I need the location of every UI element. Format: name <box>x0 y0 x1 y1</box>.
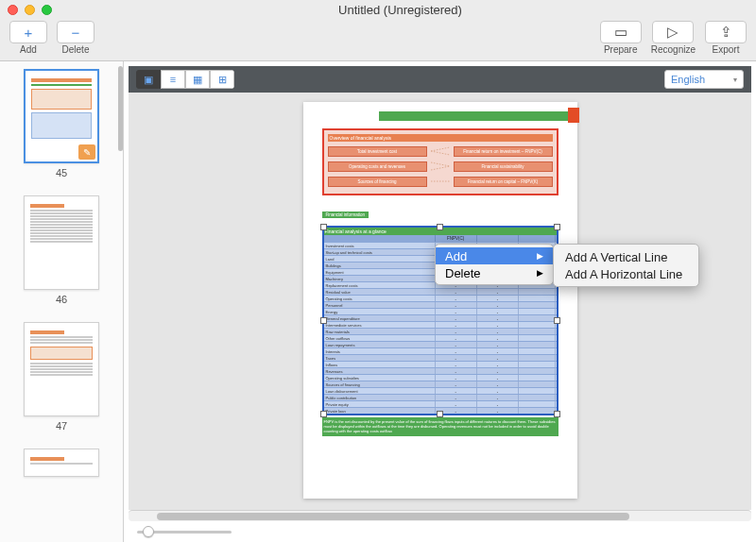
window-controls <box>8 5 52 15</box>
submenu-arrow-icon: ▶ <box>537 251 543 261</box>
table-row: Taxes-- <box>324 354 557 361</box>
view-mode-strip: ▣ ≡ ▦ ⊞ English ▾ <box>129 66 751 93</box>
submenu-add-vertical[interactable]: Add A Vertical Line <box>554 248 698 265</box>
zoom-window-button[interactable] <box>42 5 52 15</box>
sidebar-scrollbar[interactable] <box>118 66 123 151</box>
close-window-button[interactable] <box>8 5 18 15</box>
svg-line-0 <box>431 147 450 151</box>
resize-handle-e[interactable] <box>554 317 560 324</box>
add-button[interactable]: + Add <box>9 21 47 55</box>
page-number: 46 <box>11 294 112 305</box>
plus-icon: + <box>25 25 33 41</box>
resize-handle-w[interactable] <box>320 317 327 324</box>
thumbnail-page-47[interactable] <box>24 322 99 416</box>
table-row: Inflows-- <box>324 361 557 367</box>
resize-handle-se[interactable] <box>554 411 560 417</box>
submenu-add-horizontal[interactable]: Add A Horizontal Line <box>554 265 698 282</box>
window-title: Untitled (Unregistered) <box>52 3 748 17</box>
language-select[interactable]: English ▾ <box>664 70 744 89</box>
text-icon: ≡ <box>170 74 176 85</box>
svg-line-2 <box>431 162 450 166</box>
submenu-arrow-icon: ▶ <box>537 268 543 278</box>
table-row: Private equity-- <box>324 400 557 407</box>
export-icon: ⇪ <box>720 24 732 41</box>
toolbar: + Add − Delete ▭ Prepare ▷ Recognize ⇪ E… <box>0 19 756 61</box>
zoom-slider[interactable] <box>124 521 756 542</box>
chevron-down-icon: ▾ <box>733 76 737 84</box>
arrow-icon <box>431 144 450 158</box>
zoom-knob[interactable] <box>143 526 154 537</box>
document-canvas[interactable]: Overview of financial analysis Total inv… <box>129 93 751 510</box>
mode-text-button[interactable]: ≡ <box>161 70 185 89</box>
mode-table-button[interactable]: ⊞ <box>210 70 234 89</box>
table-row: Loan disbursement-- <box>324 387 557 394</box>
table-row: Residual value-- <box>324 288 557 295</box>
image-icon: ▦ <box>193 74 202 86</box>
delete-button[interactable]: − Delete <box>57 21 94 55</box>
horizontal-scrollbar[interactable] <box>129 510 751 521</box>
table-row: Revenues-- <box>324 367 557 374</box>
page-number: 47 <box>11 420 112 432</box>
export-button[interactable]: ⇪ Export <box>705 21 747 55</box>
titlebar: Untitled (Unregistered) <box>0 0 756 19</box>
table-row: Operating subsidies-- <box>324 374 557 381</box>
resize-handle-nw[interactable] <box>320 224 327 230</box>
table-row: Personnel-- <box>324 301 557 308</box>
thumbnail-sidebar[interactable]: ✎ 45 46 47 <box>0 61 123 542</box>
recognize-button[interactable]: ▷ Recognize <box>651 21 696 55</box>
footer-text-region: FNPV is the net discounted by the presen… <box>322 417 558 436</box>
resize-handle-ne[interactable] <box>554 224 560 230</box>
green-tag: Financial information <box>322 212 369 218</box>
table-row: Loan repayments-- <box>324 341 557 347</box>
table-row: Intermediate services-- <box>324 321 557 328</box>
svg-line-1 <box>431 151 450 155</box>
table-row: Interests-- <box>324 347 557 354</box>
table-row: Energy-- <box>324 308 557 314</box>
document-icon: ▭ <box>614 24 627 41</box>
cursor-icon: ▣ <box>144 74 153 86</box>
context-submenu[interactable]: Add A Vertical Line Add A Horizontal Lin… <box>553 244 699 287</box>
resize-handle-sw[interactable] <box>320 411 327 417</box>
triangle-icon: ▷ <box>667 24 679 41</box>
thumbnail-page-46[interactable] <box>24 195 99 290</box>
context-menu-delete[interactable]: Delete ▶ <box>436 264 553 281</box>
minus-icon: − <box>72 25 80 41</box>
table-row: Operating costs-- <box>324 295 557 301</box>
svg-line-3 <box>431 166 450 170</box>
diagram-region[interactable]: Overview of financial analysis Total inv… <box>322 128 558 195</box>
arrow-icon <box>431 175 450 188</box>
context-menu-add[interactable]: Add ▶ <box>436 247 553 264</box>
minimize-window-button[interactable] <box>25 5 35 15</box>
page-number: 45 <box>11 167 112 178</box>
table-row: Public contribution-- <box>324 394 557 400</box>
mode-image-button[interactable]: ▦ <box>185 70 210 89</box>
mode-select-button[interactable]: ▣ <box>136 70 161 89</box>
table-icon: ⊞ <box>218 74 227 86</box>
resize-handle-n[interactable] <box>437 224 443 230</box>
arrow-icon <box>431 160 450 173</box>
prepare-button[interactable]: ▭ Prepare <box>600 21 642 55</box>
table-row: Other outflows-- <box>324 334 557 341</box>
table-row: General expenditure-- <box>324 314 557 321</box>
thumbnail-page-next[interactable] <box>24 449 99 477</box>
edit-badge-icon: ✎ <box>78 144 95 160</box>
resize-handle-s[interactable] <box>437 411 443 417</box>
header-bar <box>379 111 568 121</box>
page-45-content: Overview of financial analysis Total inv… <box>303 102 577 499</box>
table-row: Raw materials-- <box>324 328 557 334</box>
thumbnail-page-45[interactable]: ✎ <box>24 69 99 163</box>
context-menu[interactable]: Add ▶ Delete ▶ <box>435 244 554 285</box>
table-row: Sources of financing-- <box>324 381 557 387</box>
